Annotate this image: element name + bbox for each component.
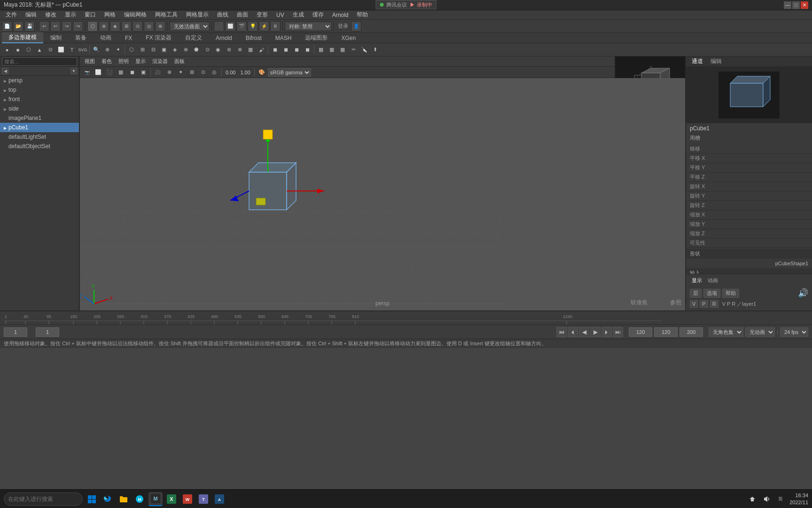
- tab-remote[interactable]: 远端图形: [298, 33, 334, 43]
- outliner-item-defaultlightset[interactable]: ▶defaultLightSet: [0, 132, 79, 142]
- ico-mesh2[interactable]: ⬟: [191, 45, 202, 55]
- taskbar-edge-icon[interactable]: [101, 492, 115, 506]
- tab-rigging[interactable]: 编制: [44, 33, 68, 43]
- menu-help[interactable]: 帮助: [353, 10, 372, 20]
- systray-network[interactable]: [747, 494, 757, 504]
- menu-modify[interactable]: 修改: [41, 10, 60, 20]
- layer-P[interactable]: P: [700, 300, 708, 308]
- tb-new[interactable]: 📄: [2, 21, 12, 32]
- ico-cone[interactable]: ▲: [34, 45, 45, 55]
- menu-generate[interactable]: 生成: [289, 10, 308, 20]
- maximize-button[interactable]: □: [792, 1, 800, 9]
- tb-pause[interactable]: ⏸: [270, 21, 281, 32]
- outliner-item-front[interactable]: ▶front: [0, 95, 79, 104]
- menu-file[interactable]: 文件: [2, 10, 21, 20]
- character-set-dropdown[interactable]: 无角色集: [709, 327, 743, 337]
- ico-xray[interactable]: ✦: [113, 45, 123, 55]
- tb-redo2[interactable]: ↪: [73, 21, 83, 32]
- menu-edit-mesh[interactable]: 编辑网格: [120, 10, 150, 20]
- menu-cache[interactable]: 缓存: [309, 10, 328, 20]
- menu-mesh-tools[interactable]: 网格工具: [151, 10, 181, 20]
- layer-btn-layer[interactable]: 层: [690, 289, 702, 298]
- ico-mesh1[interactable]: ⊕: [180, 45, 191, 55]
- fps-dropdown[interactable]: 24 fps: [780, 327, 808, 337]
- menu-display[interactable]: 显示: [61, 10, 80, 20]
- menu-surfaces[interactable]: 曲面: [233, 10, 252, 20]
- vp-menu-shade[interactable]: 着色: [99, 57, 115, 66]
- vpt-display3[interactable]: ▦: [116, 67, 126, 78]
- outliner-item-pcube1[interactable]: ▶pCube1: [0, 123, 79, 132]
- ico-text[interactable]: T: [67, 45, 77, 55]
- outliner-item-imageplane[interactable]: ▶imagePlane1: [0, 113, 79, 123]
- tb-save[interactable]: 💾: [24, 21, 35, 32]
- taskbar-excel-icon[interactable]: X: [164, 492, 179, 506]
- rp-tab-edit[interactable]: 编辑: [709, 56, 724, 66]
- tb-light1[interactable]: 💡: [248, 21, 258, 32]
- tb-snap4[interactable]: ⊞: [121, 21, 132, 32]
- vpt-display1[interactable]: ⬜: [93, 67, 103, 78]
- vp-menu-view[interactable]: 视图: [82, 57, 98, 66]
- prop-tz[interactable]: 平移 Z: [686, 173, 812, 182]
- tb-light2[interactable]: ⚡: [259, 21, 269, 32]
- vp-menu-display[interactable]: 显示: [133, 57, 148, 66]
- vpt-heads[interactable]: ⊙: [198, 67, 208, 78]
- menu-curves[interactable]: 曲线: [213, 10, 232, 20]
- prop-rz[interactable]: 旋转 Z: [686, 201, 812, 210]
- ico-zoom-fit[interactable]: 🔍: [91, 45, 102, 55]
- outliner-item-defaultobjectset[interactable]: ▶defaultObjectSet: [0, 142, 79, 151]
- ico-mesh3[interactable]: ⊙: [202, 45, 212, 55]
- viewport-canvas[interactable]: X Y Z persp 软准焦 参照: [80, 78, 685, 310]
- tb-snap7[interactable]: ⊗: [155, 21, 165, 32]
- tab-polygon-modeling[interactable]: 多边形建模: [2, 32, 43, 43]
- vp-menu-renderer[interactable]: 渲染器: [149, 57, 171, 66]
- rbt-display[interactable]: 显示: [690, 276, 704, 285]
- ico-grid2[interactable]: ▦: [327, 45, 337, 55]
- ico-grid3[interactable]: ▦: [337, 45, 348, 55]
- vpt-isolate[interactable]: ⊕: [164, 67, 174, 78]
- outliner-item-top[interactable]: ▶top: [0, 85, 79, 95]
- tb-undo[interactable]: ↩: [39, 21, 49, 32]
- taskbar-search[interactable]: [4, 492, 83, 506]
- ico-plane[interactable]: ⬜: [56, 45, 66, 55]
- tab-fx-render[interactable]: FX 渲染器: [139, 33, 178, 43]
- prop-visibility[interactable]: 可见性: [686, 238, 812, 248]
- ico-select2[interactable]: ◼: [281, 45, 291, 55]
- playback-play-forward[interactable]: ▶: [590, 327, 601, 337]
- vp-menu-panel[interactable]: 面板: [172, 57, 187, 66]
- layer-V[interactable]: V: [690, 300, 698, 308]
- menu-mesh[interactable]: 网格: [101, 10, 119, 20]
- ico-svg[interactable]: SVG: [78, 45, 88, 55]
- vp-menu-lighting[interactable]: 照明: [116, 57, 132, 66]
- close-button[interactable]: ✕: [801, 1, 808, 9]
- timeline-ruler[interactable]: 1 40 95 150 205 260 315 370 425 480: [4, 311, 810, 325]
- layer-volume-icon[interactable]: 🔊: [798, 288, 808, 298]
- ico-sphere[interactable]: ●: [2, 45, 12, 55]
- ico-paint[interactable]: 🖌: [256, 45, 266, 55]
- ico-mesh4[interactable]: ◉: [213, 45, 223, 55]
- prop-ty[interactable]: 平移 Y: [686, 163, 812, 173]
- prop-ry[interactable]: 旋转 Y: [686, 191, 812, 201]
- viewport-panel[interactable]: 视图 着色 照明 显示 渲染器 面板 📷 ⬜ ⬛ ▦ ◼ ▣ 🎥 ⊕ ✦ ⊞ ⊙…: [80, 56, 685, 310]
- ico-lattice[interactable]: ⬡: [126, 45, 137, 55]
- taskbar-teams-icon[interactable]: T: [196, 492, 211, 506]
- outliner-item-persp[interactable]: ▶persp: [0, 76, 79, 85]
- ico-torus[interactable]: ⊙: [45, 45, 55, 55]
- tab-animation[interactable]: 动画: [94, 33, 118, 43]
- playback-range-end[interactable]: [654, 327, 678, 337]
- prop-tx[interactable]: 平移 X: [686, 154, 812, 163]
- tb-redo[interactable]: ↪: [62, 21, 72, 32]
- vpt-render[interactable]: 🎥: [153, 67, 163, 78]
- tb-render1[interactable]: 🎥: [214, 21, 224, 32]
- menu-deform[interactable]: 变形: [253, 10, 272, 20]
- vpt-camera[interactable]: 📷: [82, 67, 92, 78]
- ico-wrap[interactable]: ⊞: [137, 45, 148, 55]
- taskbar-folder-icon[interactable]: [117, 492, 131, 506]
- ico-extrude[interactable]: ⬆: [370, 45, 380, 55]
- playback-end-frame[interactable]: [629, 327, 652, 337]
- tab-fx[interactable]: FX: [118, 34, 139, 42]
- ico-select1[interactable]: ◼: [270, 45, 280, 55]
- outliner-search-input[interactable]: [2, 57, 77, 66]
- vpt-display4[interactable]: ◼: [127, 67, 137, 78]
- tb-snap5[interactable]: ⊙: [133, 21, 143, 32]
- vpt-colorspace-select[interactable]: sRGB gamma: [268, 68, 311, 77]
